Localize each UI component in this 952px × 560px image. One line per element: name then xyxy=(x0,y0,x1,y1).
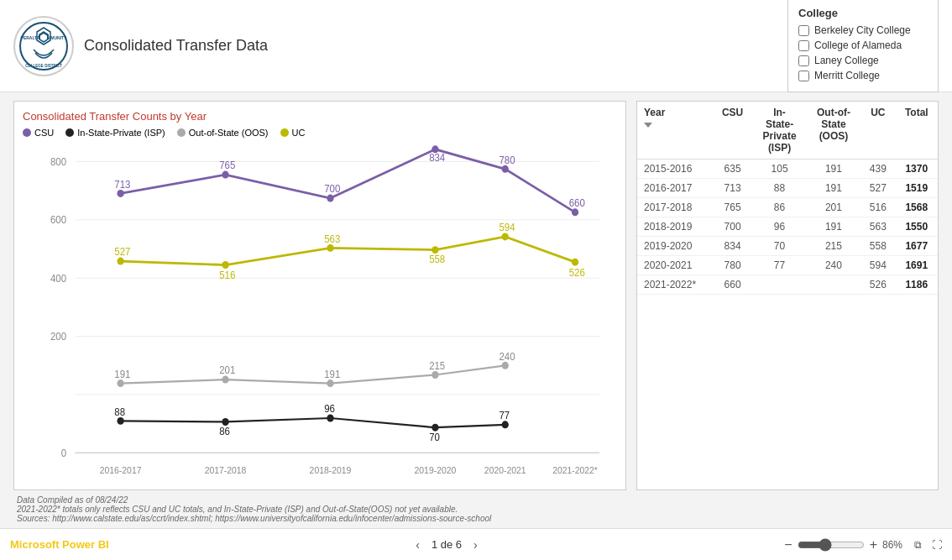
svg-point-35 xyxy=(117,258,123,265)
svg-text:700: 700 xyxy=(324,183,340,195)
svg-text:191: 191 xyxy=(324,368,340,379)
svg-text:215: 215 xyxy=(429,359,445,371)
cell-total: 1550 xyxy=(896,217,938,237)
cell-csu: 780 xyxy=(713,256,753,275)
svg-text:2019-2020: 2019-2020 xyxy=(415,465,457,475)
legend-label: Out-of-State (OOS) xyxy=(189,128,269,138)
legend-item: In-State-Private (ISP) xyxy=(65,128,165,138)
chart-area: 800 600 400 200 0 2016-2017 2017-2018 20… xyxy=(23,143,617,481)
svg-point-57 xyxy=(117,417,123,425)
svg-text:594: 594 xyxy=(499,222,515,233)
college-option[interactable]: Laney College xyxy=(798,55,928,66)
zoom-slider[interactable] xyxy=(798,538,865,552)
legend-label: UC xyxy=(292,128,306,138)
cell-isp: 105 xyxy=(752,160,806,179)
svg-point-58 xyxy=(222,418,228,426)
college-label: Laney College xyxy=(814,55,879,66)
logo-area: PERALTA COMMUNITY COLLEGE DISTRICT Conso… xyxy=(13,16,787,76)
cell-uc: 594 xyxy=(860,256,895,275)
svg-text:70: 70 xyxy=(429,431,440,442)
svg-text:834: 834 xyxy=(429,152,445,164)
zoom-controls: − + 86% ⧉ ⛶ xyxy=(784,537,942,552)
cell-oos: 191 xyxy=(807,179,860,198)
col-year[interactable]: Year xyxy=(637,102,713,160)
cell-isp: 88 xyxy=(752,179,806,198)
svg-text:96: 96 xyxy=(324,403,335,415)
legend-dot xyxy=(65,128,74,137)
svg-point-61 xyxy=(502,421,509,428)
svg-point-24 xyxy=(222,171,228,179)
cell-total: 1568 xyxy=(896,198,938,217)
cell-oos xyxy=(807,275,860,295)
svg-point-28 xyxy=(572,208,578,216)
col-total[interactable]: Total xyxy=(896,102,938,160)
svg-text:201: 201 xyxy=(219,364,235,376)
note2: 2021-2022* totals only reflects CSU and … xyxy=(17,505,935,514)
svg-text:COLLEGE DISTRICT: COLLEGE DISTRICT xyxy=(25,64,62,68)
footer-notes: Data Compiled as of 08/24/22 2021-2022* … xyxy=(13,490,939,525)
svg-text:2018-2019: 2018-2019 xyxy=(310,465,352,475)
svg-text:660: 660 xyxy=(569,197,585,209)
col-uc[interactable]: UC xyxy=(860,102,895,160)
college-option[interactable]: Berkeley City College xyxy=(798,24,928,36)
cell-isp: 96 xyxy=(752,217,806,237)
cell-total: 1691 xyxy=(896,256,938,275)
cell-year: 2015-2016 xyxy=(637,160,713,179)
col-isp[interactable]: In-State-Private(ISP) xyxy=(752,102,806,160)
fit-icon[interactable]: ⧉ xyxy=(914,539,922,551)
college-option[interactable]: Merritt College xyxy=(798,70,928,81)
page-nav: ‹ 1 de 6 › xyxy=(411,536,483,553)
svg-text:0: 0 xyxy=(61,447,67,459)
cell-csu: 660 xyxy=(713,275,753,295)
college-option[interactable]: College of Alameda xyxy=(798,39,928,51)
svg-point-51 xyxy=(502,362,509,369)
cell-year: 2020-2021 xyxy=(637,256,713,275)
svg-point-39 xyxy=(502,233,509,240)
table-row: 2021-2022*6605261186 xyxy=(637,275,938,295)
cell-uc: 526 xyxy=(860,275,895,295)
cell-csu: 713 xyxy=(713,179,753,198)
cell-isp: 86 xyxy=(752,198,806,217)
college-checkbox[interactable] xyxy=(798,25,809,36)
next-page-button[interactable]: › xyxy=(468,536,483,553)
charts-row: Consolidated Transfer Counts by Year CSU… xyxy=(13,101,939,490)
prev-page-button[interactable]: ‹ xyxy=(411,536,425,553)
cell-csu: 765 xyxy=(713,198,753,217)
cell-csu: 635 xyxy=(713,160,753,179)
main-content: Consolidated Transfer Counts by Year CSU… xyxy=(0,92,952,528)
chart-title: Consolidated Transfer Counts by Year xyxy=(23,110,617,123)
legend-dot xyxy=(23,128,31,137)
legend-item: CSU xyxy=(23,128,54,138)
svg-point-36 xyxy=(222,261,228,269)
data-table-panel: Year CSU In-State-Private(ISP) Out-of-St… xyxy=(636,101,939,490)
college-checkbox[interactable] xyxy=(798,55,809,66)
svg-point-0 xyxy=(20,23,67,70)
college-checkbox[interactable] xyxy=(798,40,809,51)
svg-point-49 xyxy=(327,379,333,387)
college-filter-label: College xyxy=(798,7,928,19)
svg-text:191: 191 xyxy=(114,368,130,379)
header: PERALTA COMMUNITY COLLEGE DISTRICT Conso… xyxy=(0,0,952,92)
col-csu[interactable]: CSU xyxy=(713,102,753,160)
svg-point-59 xyxy=(327,415,333,422)
college-checkbox[interactable] xyxy=(798,71,809,81)
cell-total: 1519 xyxy=(896,179,938,198)
zoom-plus[interactable]: + xyxy=(870,537,877,552)
svg-point-47 xyxy=(117,379,123,387)
svg-text:765: 765 xyxy=(219,160,235,171)
college-label: College of Alameda xyxy=(814,39,902,51)
page-label: 1 de 6 xyxy=(432,538,462,551)
app-title: Consolidated Transfer Data xyxy=(84,37,268,55)
cell-uc: 563 xyxy=(860,217,895,237)
svg-text:2017-2018: 2017-2018 xyxy=(205,465,247,475)
fullscreen-icon[interactable]: ⛶ xyxy=(932,539,942,551)
svg-text:2020-2021: 2020-2021 xyxy=(484,465,526,475)
cell-isp: 70 xyxy=(752,237,806,256)
zoom-minus[interactable]: − xyxy=(784,537,792,552)
note3: Sources: http://www.calstate.edu/as/ccrt… xyxy=(17,514,935,523)
legend-label: In-State-Private (ISP) xyxy=(77,128,165,138)
svg-text:780: 780 xyxy=(499,154,515,165)
powerbi-link[interactable]: Microsoft Power BI xyxy=(10,538,109,551)
col-oos[interactable]: Out-of-State(OOS) xyxy=(807,102,860,160)
cell-oos: 191 xyxy=(807,160,860,179)
